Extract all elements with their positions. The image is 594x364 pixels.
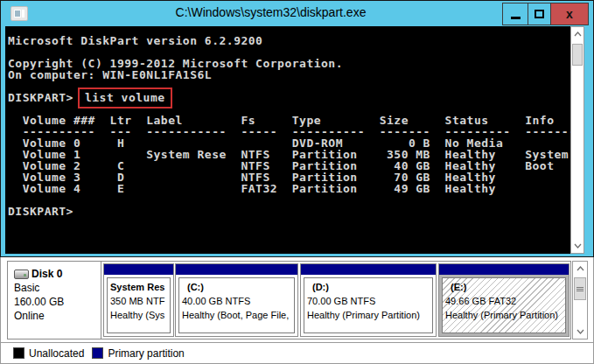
maximize-button[interactable] [528, 3, 551, 25]
minimize-button[interactable] [502, 3, 528, 25]
partition-name: (C:) [182, 280, 291, 294]
console-line: Microsoft DiskPart version 6.2.9200 [8, 35, 570, 46]
console-line: On computer: WIN-E0NL1FA1S6L [8, 69, 570, 80]
disk-type-label: Basic [14, 281, 101, 295]
partition-color-bar [301, 264, 436, 275]
primary-partition-swatch [92, 347, 103, 359]
window-title: C:\Windows\system32\diskpart.exe [53, 5, 488, 19]
title-bar[interactable]: C:\Windows\system32\diskpart.exe x [1, 1, 593, 26]
partition-size: 40.00 GB NTFS [182, 294, 291, 308]
close-button[interactable]: x [550, 3, 589, 25]
partition-details: (D:) 70.00 GB NTFS Healthy (Primary Part… [304, 277, 433, 333]
command-highlight-box: list volume [78, 88, 172, 108]
scroll-down-button[interactable] [571, 239, 584, 253]
console-scrollbar[interactable] [570, 26, 584, 254]
partition-color-bar [439, 264, 569, 275]
console-app-icon-side [22, 10, 24, 18]
chevron-up-icon [577, 266, 584, 271]
partition-status: Healthy (Sys [110, 308, 167, 322]
disk-size-label: 160.00 GB [14, 295, 101, 309]
partition-e[interactable]: (E:) 49.66 GB FAT32 Healthy (Primary Par… [438, 263, 570, 337]
partition-details: System Res 350 MB NTF Healthy (Sys [107, 277, 171, 333]
unallocated-swatch [13, 347, 24, 359]
chevron-down-icon [577, 329, 584, 334]
minimize-icon [511, 17, 521, 19]
console-prompt-line: DISKPART>list volume [8, 92, 570, 103]
partition-name: System Res [110, 280, 167, 294]
diskpart-window: C:\Windows\system32\diskpart.exe x Micro… [0, 0, 594, 257]
partition-c[interactable]: (C:) 40.00 GB NTFS Healthy (Boot, Page F… [175, 263, 298, 337]
partition-status: Healthy (Primary Partition) [307, 308, 430, 322]
partition-name: (E:) [445, 280, 563, 294]
partition-size: 70.00 GB NTFS [307, 294, 430, 308]
disk-status-label: Online [14, 309, 101, 323]
partition-details: (E:) 49.66 GB FAT32 Healthy (Primary Par… [442, 277, 566, 333]
disk-management-scrollbar[interactable] [572, 261, 588, 340]
partition-details: (C:) 40.00 GB NTFS Healthy (Boot, Page F… [178, 277, 295, 333]
disk-icon [14, 270, 29, 279]
window-controls: x [502, 3, 589, 25]
console-scrollbar-thumb[interactable] [572, 44, 583, 66]
partition-system-reserved[interactable]: System Res 350 MB NTF Healthy (Sys [103, 263, 174, 337]
primary-partition-label: Primary partition [108, 347, 184, 360]
chevron-down-icon [574, 243, 582, 248]
volume-table-row: Volume 4 E FAT32 Partition 49 GB Healthy [8, 183, 570, 194]
scroll-up-button[interactable] [571, 27, 584, 41]
scroll-down-button[interactable] [573, 325, 587, 339]
unallocated-label: Unallocated [29, 347, 84, 360]
maximize-icon [535, 10, 544, 18]
console-app-icon[interactable] [10, 6, 28, 21]
console-prompt-line: DISKPART> [8, 206, 570, 217]
scrollbar-grip-icon [577, 289, 584, 290]
console-app-icon-pane [14, 10, 21, 18]
partition-color-bar [176, 264, 297, 275]
disk-name-label: Disk 0 [31, 267, 62, 281]
prompt-text: DISKPART> [8, 91, 73, 104]
disk-scrollbar-thumb[interactable] [574, 277, 586, 300]
disk0-row: Disk 0 Basic 160.00 GB Online System Res… [7, 261, 571, 340]
scroll-up-button[interactable] [573, 262, 587, 276]
disk0-info-panel[interactable]: Disk 0 Basic 160.00 GB Online [8, 262, 101, 339]
disk-management-pane: Disk 0 Basic 160.00 GB Online System Res… [0, 257, 594, 364]
partition-color-bar [104, 264, 173, 275]
partition-status: Healthy (Boot, Page File, [182, 308, 291, 322]
partition-status: Healthy (Primary Partition) [445, 308, 563, 322]
disk0-title: Disk 0 [14, 267, 101, 281]
partition-d[interactable]: (D:) 70.00 GB NTFS Healthy (Primary Part… [300, 263, 437, 337]
partition-name: (D:) [307, 280, 430, 294]
partition-size: 49.66 GB FAT32 [445, 294, 563, 308]
chevron-up-icon [574, 32, 582, 37]
partition-size: 350 MB NTF [110, 294, 167, 308]
console-output[interactable]: Microsoft DiskPart version 6.2.9200 Copy… [5, 26, 570, 254]
console-line-blank [8, 194, 570, 206]
legend-bar: Unallocated Primary partition [1, 342, 593, 363]
